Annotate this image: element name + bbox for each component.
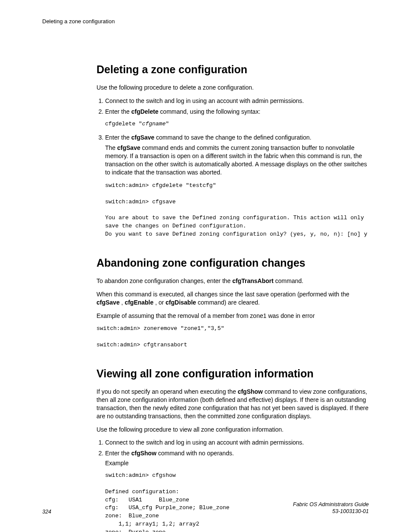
example-label: Example bbox=[105, 459, 369, 467]
s1-step-3-text-a: Enter the bbox=[105, 134, 131, 141]
s1-step-2-text-a: Enter the bbox=[105, 108, 131, 115]
code-part: cfgdelete " bbox=[105, 121, 142, 127]
text: command. bbox=[274, 277, 303, 284]
s2-p3: Example of assuming that the removal of … bbox=[97, 312, 369, 320]
text: command) are cleared. bbox=[196, 299, 260, 306]
text: When this command is executed, all chang… bbox=[97, 291, 349, 298]
s3-p2: Use the following procedure to view all … bbox=[97, 426, 369, 434]
s1-step-3-body: The cfgSave command ends and commits the… bbox=[105, 144, 369, 177]
text: The bbox=[105, 144, 117, 151]
page-footer: 324 Fabric OS Administrators Guide 53-10… bbox=[42, 501, 369, 515]
s1-steps: Connect to the switch and log in using a… bbox=[97, 97, 369, 239]
s2-p2: When this command is executed, all chang… bbox=[97, 290, 369, 307]
text: If you do not specify an operand when ex… bbox=[97, 388, 238, 395]
s3-p1: If you do not specify an operand when ex… bbox=[97, 388, 369, 420]
text: , bbox=[120, 299, 125, 306]
s3-step-2: Enter the cfgShow command with no operan… bbox=[105, 449, 369, 532]
running-header: Deleting a zone configuration bbox=[42, 18, 369, 25]
text: command ends and commits the current zon… bbox=[105, 144, 367, 176]
cmd: cfgSave bbox=[97, 299, 120, 306]
heading-viewing-all: Viewing all zone configuration informati… bbox=[97, 367, 369, 380]
cmd: cfgEnable bbox=[125, 299, 153, 306]
s2-p1: To abandon zone configuration changes, e… bbox=[97, 277, 369, 285]
s1-step-3-cmd: cfgSave bbox=[131, 134, 155, 141]
code-arg: cfgname bbox=[142, 121, 166, 127]
page-number: 324 bbox=[42, 509, 51, 515]
heading-deleting-zone-config: Deleting a zone configuration bbox=[97, 63, 369, 76]
s2-code-example: switch:admin> zoneremove "zone1","3,5" s… bbox=[97, 325, 369, 349]
cmd: cfgDisable bbox=[165, 299, 196, 306]
cmd: cfgShow bbox=[238, 388, 263, 395]
s1-step-3-text-b: command to save the change to the define… bbox=[154, 134, 311, 141]
footer-docnum: 53-1003130-01 bbox=[293, 508, 369, 515]
cmd: cfgTransAbort bbox=[232, 277, 274, 284]
text: Enter the bbox=[105, 450, 131, 457]
footer-title: Fabric OS Administrators Guide bbox=[293, 501, 369, 508]
s1-code-syntax: cfgdelete "cfgname" bbox=[105, 120, 369, 128]
s1-step-2-text-b: command, using the following syntax: bbox=[159, 108, 261, 115]
s1-step-1: Connect to the switch and log in using a… bbox=[105, 97, 369, 105]
s1-step-2: Enter the cfgDelete command, using the f… bbox=[105, 108, 369, 128]
text: command with no operands. bbox=[156, 450, 234, 457]
heading-abandoning-changes: Abandoning zone configuration changes bbox=[97, 257, 369, 269]
code-part: " bbox=[165, 121, 169, 127]
text: , or bbox=[153, 299, 165, 306]
text: To abandon zone configuration changes, e… bbox=[97, 277, 232, 284]
s1-step-2-cmd: cfgDelete bbox=[131, 108, 159, 115]
s1-step-3: Enter the cfgSave command to save the ch… bbox=[105, 134, 369, 239]
cmd: cfgShow bbox=[131, 450, 156, 457]
s3-step-1: Connect to the switch and log in using a… bbox=[105, 439, 369, 447]
cmd: cfgSave bbox=[117, 144, 140, 151]
s1-intro: Use the following procedure to delete a … bbox=[97, 84, 369, 92]
s3-steps: Connect to the switch and log in using a… bbox=[97, 439, 369, 532]
s1-code-example: switch:admin> cfgdelete "testcfg" switch… bbox=[105, 182, 369, 239]
